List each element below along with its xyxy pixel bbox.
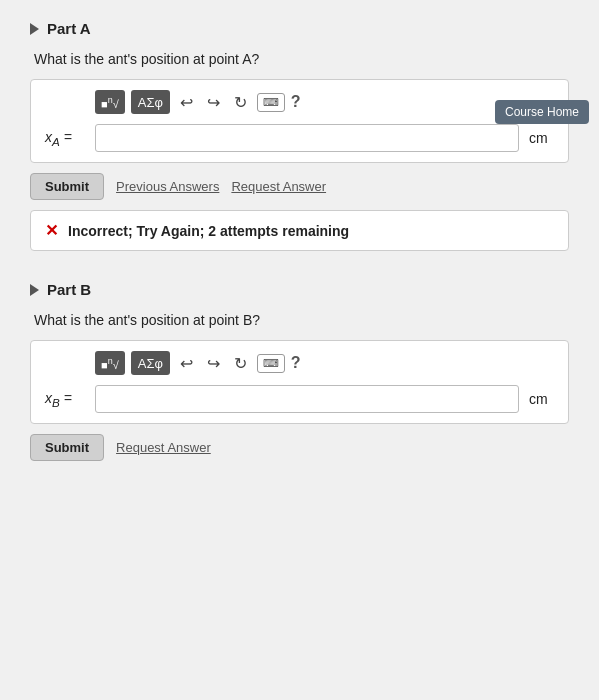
part-b-label: Part B (47, 281, 91, 298)
keyboard-icon-b: ⌨ (263, 357, 279, 369)
math-symbols-label-b: AΣφ (138, 356, 163, 371)
part-a-error-box: ✕ Incorrect; Try Again; 2 attempts remai… (30, 210, 569, 251)
matrix-icon: ■n√ (101, 95, 119, 110)
part-b-variable: xB = (45, 390, 85, 409)
part-a-answer-box: ■n√ AΣφ ↩ ↪ ↻ ⌨ ? (30, 79, 569, 163)
refresh-icon-b: ↻ (234, 354, 247, 373)
part-a-section: Part A What is the ant's position at poi… (30, 20, 569, 251)
part-a-label: Part A (47, 20, 91, 37)
matrix-icon-btn[interactable]: ■n√ (95, 90, 125, 114)
error-text: Incorrect; Try Again; 2 attempts remaini… (68, 223, 349, 239)
part-b-section: Part B What is the ant's position at poi… (30, 281, 569, 461)
part-b-bottom-row: Submit Request Answer (30, 434, 569, 461)
undo-btn-b[interactable]: ↩ (176, 352, 197, 375)
part-a-question: What is the ant's position at point A? (34, 51, 569, 67)
collapse-icon-a[interactable] (30, 23, 39, 35)
part-a-submit-btn[interactable]: Submit (30, 173, 104, 200)
redo-icon-b: ↪ (207, 354, 220, 373)
matrix-icon-b: ■n√ (101, 356, 119, 371)
undo-icon-b: ↩ (180, 354, 193, 373)
part-b-question: What is the ant's position at point B? (34, 312, 569, 328)
part-b-unit: cm (529, 391, 554, 407)
matrix-icon-btn-b[interactable]: ■n√ (95, 351, 125, 375)
part-b-toolbar: ■n√ AΣφ ↩ ↪ ↻ ⌨ ? (45, 351, 554, 375)
refresh-icon: ↻ (234, 93, 247, 112)
redo-btn-b[interactable]: ↪ (203, 352, 224, 375)
redo-icon: ↪ (207, 93, 220, 112)
part-b-header: Part B (30, 281, 569, 298)
refresh-btn-b[interactable]: ↻ (230, 352, 251, 375)
part-a-input[interactable] (95, 124, 519, 152)
part-b-input[interactable] (95, 385, 519, 413)
part-a-request-answer-link[interactable]: Request Answer (231, 179, 326, 194)
refresh-btn[interactable]: ↻ (230, 91, 251, 114)
part-a-input-row: xA = cm (45, 124, 554, 152)
undo-btn[interactable]: ↩ (176, 91, 197, 114)
help-btn-b[interactable]: ? (291, 354, 301, 372)
error-icon: ✕ (45, 221, 58, 240)
part-a-header: Part A (30, 20, 569, 37)
collapse-icon-b[interactable] (30, 284, 39, 296)
redo-btn[interactable]: ↪ (203, 91, 224, 114)
part-b-answer-box: ■n√ AΣφ ↩ ↪ ↻ ⌨ ? (30, 340, 569, 424)
part-b-submit-btn[interactable]: Submit (30, 434, 104, 461)
help-btn-a[interactable]: ? (291, 93, 301, 111)
course-home-button[interactable]: Course Home (495, 100, 589, 124)
math-symbols-btn[interactable]: AΣφ (131, 90, 170, 114)
keyboard-btn-b[interactable]: ⌨ (257, 354, 285, 373)
math-symbols-label: AΣφ (138, 95, 163, 110)
undo-icon: ↩ (180, 93, 193, 112)
part-a-previous-answers-link[interactable]: Previous Answers (116, 179, 219, 194)
math-symbols-btn-b[interactable]: AΣφ (131, 351, 170, 375)
keyboard-btn-a[interactable]: ⌨ (257, 93, 285, 112)
part-a-bottom-row: Submit Previous Answers Request Answer (30, 173, 569, 200)
keyboard-icon: ⌨ (263, 96, 279, 108)
part-a-variable: xA = (45, 129, 85, 148)
part-b-request-answer-link[interactable]: Request Answer (116, 440, 211, 455)
part-b-input-row: xB = cm (45, 385, 554, 413)
part-a-unit: cm (529, 130, 554, 146)
part-a-toolbar: ■n√ AΣφ ↩ ↪ ↻ ⌨ ? (45, 90, 554, 114)
